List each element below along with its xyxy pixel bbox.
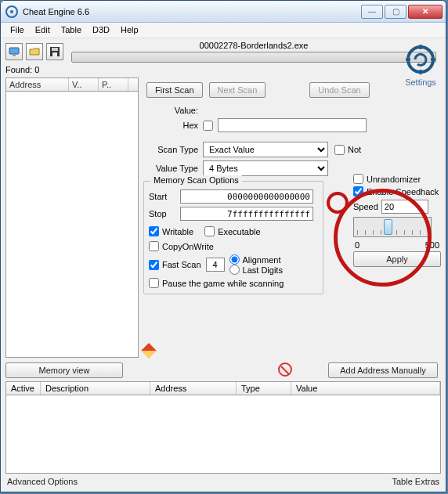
value-label: Value: [143,106,198,115]
svg-point-1 [10,10,13,13]
app-window: Cheat Engine 6.6 — ▢ ✕ File Edit Table D… [0,0,446,492]
executable-checkbox[interactable] [204,226,215,236]
found-row: Found: 0 [1,65,446,74]
enable-speedhack-checkbox[interactable] [353,186,363,197]
footer: Advanced Options Table Extras [1,474,446,489]
first-scan-button[interactable]: First Scan [146,82,203,98]
slider-thumb-icon[interactable] [384,219,392,235]
stop-input[interactable] [180,207,313,221]
menu-edit[interactable]: Edit [31,24,55,36]
speed-label: Speed [353,202,378,211]
copyonwrite-checkbox[interactable] [149,241,159,251]
fast-scan-label: Fast Scan [162,260,201,269]
table-extras-link[interactable]: Table Extras [392,477,439,486]
results-header: Address V.. P.. [5,78,139,92]
memory-view-button[interactable]: Memory view [5,362,123,378]
svg-rect-6 [52,52,57,56]
close-button[interactable]: ✕ [408,5,443,19]
maximize-button[interactable]: ▢ [385,5,406,19]
menu-file[interactable]: File [5,24,29,36]
scan-type-label: Scan Type [143,145,198,154]
start-label: Start [149,192,175,201]
edit-icon-button[interactable] [143,345,154,356]
col-prev[interactable]: P.. [99,78,128,91]
menu-d3d[interactable]: D3D [88,24,114,36]
svg-rect-3 [13,55,16,56]
last-digits-label: Last Digits [243,265,283,275]
apply-button[interactable]: Apply [353,251,441,267]
svg-rect-2 [9,48,19,54]
col-taddress[interactable]: Address [150,382,237,395]
menubar: File Edit Table D3D Help [1,23,446,38]
cheat-engine-icon [404,43,437,76]
fast-scan-checkbox[interactable] [149,260,159,270]
svg-point-7 [408,47,433,72]
value-type-label: Value Type [143,164,198,173]
not-checkbox[interactable] [334,145,345,155]
pause-label: Pause the game while scanning [162,279,284,288]
not-label: Not [348,145,361,154]
minimize-button[interactable]: — [361,5,383,19]
writable-label: Writable [162,227,193,236]
col-desc[interactable]: Description [41,382,150,395]
value-type-select[interactable]: 4 Bytes [203,160,328,176]
speed-input[interactable] [381,200,428,214]
alignment-radio[interactable] [229,254,240,265]
advanced-options-link[interactable]: Advanced Options [7,477,78,486]
save-button[interactable] [46,43,63,60]
floppy-icon [49,46,60,57]
value-input[interactable] [218,118,367,132]
mem-opts-title: Memory Scan Options [150,175,242,185]
executable-label: Executable [218,227,260,236]
speed-slider[interactable] [353,217,432,237]
col-tvalue[interactable]: Value [291,382,440,395]
monitor-icon [9,46,20,57]
found-count: 0 [34,65,39,74]
slider-min: 0 [355,240,359,250]
hex-label: Hex [143,121,198,130]
col-value[interactable]: V.. [69,78,99,91]
scan-pane: First Scan Next Scan Undo Scan Value: He… [143,78,441,358]
speedhack-label: Enable Speedhack [367,187,439,197]
results-pane: Address V.. P.. [5,78,139,358]
undo-scan-button[interactable]: Undo Scan [309,82,369,98]
process-name: 00002278-Borderlands2.exe [71,41,436,50]
add-address-button[interactable]: Add Address Manually [328,362,438,378]
next-scan-button[interactable]: Next Scan [209,82,266,98]
fast-scan-value[interactable] [206,258,225,272]
col-active[interactable]: Active [6,382,41,395]
window-title: Cheat Engine 6.6 [23,7,361,16]
scan-progress [71,52,436,63]
unrandomizer-checkbox[interactable] [353,174,363,184]
hex-checkbox[interactable] [203,121,213,131]
cow-label: CopyOnWrite [162,242,214,251]
col-address[interactable]: Address [6,78,69,91]
svg-rect-5 [52,48,58,51]
titlebar: Cheat Engine 6.6 — ▢ ✕ [1,1,446,23]
found-label: Found: [5,65,32,74]
col-type[interactable]: Type [237,382,291,395]
writable-checkbox[interactable] [149,226,159,236]
speedhack-panel: Unrandomizer Enable Speedhack Speed 0500… [353,171,441,267]
no-entry-icon[interactable] [278,362,292,377]
unrandomizer-label: Unrandomizer [367,175,421,184]
app-icon [5,5,18,18]
alignment-label: Alignment [243,255,281,265]
last-digits-radio[interactable] [229,265,240,275]
stop-label: Stop [149,209,175,218]
address-table[interactable] [5,395,441,474]
start-input[interactable] [180,189,313,204]
menu-help[interactable]: Help [116,24,143,36]
folder-open-icon [29,46,40,57]
menu-table[interactable]: Table [56,24,86,36]
results-list[interactable] [5,92,139,358]
open-process-button[interactable] [5,43,23,60]
pencil-icon [141,343,157,359]
memory-scan-options: Memory Scan Options Start Stop Writable … [143,181,323,294]
toolbar: 00002278-Borderlands2.exe [1,38,446,65]
scan-type-select[interactable]: Exact Value [203,142,328,157]
address-table-header: Active Description Address Type Value [5,381,441,395]
slider-max: 500 [425,240,439,250]
open-file-button[interactable] [26,43,43,60]
pause-checkbox[interactable] [149,278,159,288]
